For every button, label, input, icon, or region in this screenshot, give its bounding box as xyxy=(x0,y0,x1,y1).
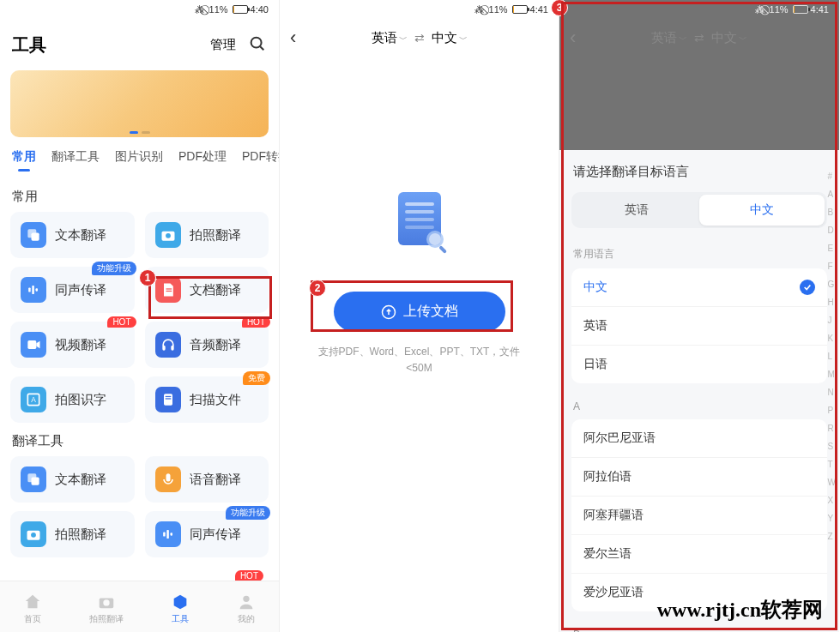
sheet-title: 请选择翻译目标语言 xyxy=(571,164,827,180)
tab-image-recog[interactable]: 图片识别 xyxy=(115,149,163,172)
section-common-title: 常用 xyxy=(0,178,279,212)
lang-from[interactable]: 英语﹀ xyxy=(372,30,408,46)
video-icon xyxy=(21,332,46,358)
status-bar: ⁂⃠ 11% 4:40 xyxy=(0,0,279,19)
tool-audio-translate[interactable]: HOT 音频翻译 xyxy=(145,322,269,368)
language-pair-selector: 英语﹀ ⇄ 中文﹀ xyxy=(651,30,747,46)
lang-row[interactable]: 阿尔巴尼亚语 xyxy=(571,419,827,458)
ocr-icon: A xyxy=(21,387,46,412)
svg-rect-26 xyxy=(170,533,172,535)
svg-point-5 xyxy=(166,233,171,238)
svg-rect-24 xyxy=(163,533,166,537)
document-icon xyxy=(155,277,181,303)
seg-english[interactable]: 英语 xyxy=(574,195,699,226)
nav-tools[interactable]: 工具 xyxy=(171,593,190,625)
common-language-list: 中文 英语 日语 xyxy=(571,268,827,383)
text-translate-icon xyxy=(21,222,46,248)
scan-icon xyxy=(155,387,181,412)
svg-rect-21 xyxy=(166,473,170,481)
nav-photo-translate[interactable]: 拍照翻译 xyxy=(89,593,124,625)
camera-icon xyxy=(21,521,46,547)
tab-pdf-process[interactable]: PDF处理 xyxy=(178,149,227,172)
alpha-index[interactable]: #AB DEF GHJ KLM NPR STW XYZ xyxy=(828,172,836,541)
upload-document-button[interactable]: 上传文档 xyxy=(334,292,505,332)
group-b-label: B xyxy=(571,625,827,632)
section-translate-title: 翻译工具 xyxy=(0,423,279,456)
language-pair-selector[interactable]: 英语﹀ ⇄ 中文﹀ xyxy=(372,30,468,46)
hot-badge: HOT xyxy=(242,316,270,328)
tool-document-translate[interactable]: 文档翻译 xyxy=(145,267,269,313)
tab-pdf-convert[interactable]: PDF转换 xyxy=(242,149,279,172)
svg-point-28 xyxy=(103,599,109,605)
swap-icon: ⇄ xyxy=(694,31,704,45)
svg-point-29 xyxy=(243,595,249,601)
screen-upload: ⁂⃠ 11% 4:41 ‹ 英语﹀ ⇄ 中文﹀ 上传文档 xyxy=(280,0,559,632)
back-icon[interactable]: ‹ xyxy=(570,27,576,49)
upgrade-badge: 功能升级 xyxy=(92,262,136,275)
tool-scan-file[interactable]: 免费 扫描文件 xyxy=(145,376,269,423)
free-badge: 免费 xyxy=(243,371,270,385)
tool-voice-translate[interactable]: 语音翻译 xyxy=(145,456,269,503)
upload-hint: 支持PDF、Word、Excel、PPT、TXT，文件<50M xyxy=(280,344,559,376)
mic-icon xyxy=(155,466,181,492)
tool-simultaneous-interp-2[interactable]: 功能升级 同声传译 xyxy=(145,511,269,557)
svg-rect-32 xyxy=(438,245,447,254)
promo-banner[interactable] xyxy=(10,70,269,137)
svg-point-31 xyxy=(429,233,441,245)
screen-language-picker: ⁂⃠ 11% 4:41 ‹ 英语﹀ ⇄ 中文﹀ 请选择翻译目标语言 英语 中文 xyxy=(559,0,839,632)
svg-rect-20 xyxy=(32,478,39,485)
screen3-header: ‹ 英语﹀ ⇄ 中文﹀ xyxy=(559,19,839,57)
screen1-header: 工具 管理 xyxy=(0,19,279,70)
tool-simultaneous-interp[interactable]: 功能升级 同声传译 xyxy=(10,267,135,313)
svg-rect-10 xyxy=(166,291,172,292)
back-icon[interactable]: ‹ xyxy=(290,27,296,49)
group-common-label: 常用语言 xyxy=(571,244,827,268)
tab-translate-tools[interactable]: 翻译工具 xyxy=(51,149,100,172)
group-a-label: A xyxy=(571,397,827,419)
watermark: www.rjtj.cn软荐网 xyxy=(657,596,823,623)
tool-text-translate[interactable]: 文本翻译 xyxy=(10,212,135,258)
lang-to[interactable]: 中文﹀ xyxy=(432,30,468,46)
seg-chinese[interactable]: 中文 xyxy=(699,195,825,226)
a-language-list: 阿尔巴尼亚语 阿拉伯语 阿塞拜疆语 爱尔兰语 爱沙尼亚语 xyxy=(571,419,827,611)
svg-rect-6 xyxy=(28,288,31,292)
step-marker-3: 3 xyxy=(551,0,568,16)
lang-row[interactable]: 爱尔兰语 xyxy=(571,535,827,574)
tab-common[interactable]: 常用 xyxy=(12,149,36,172)
screen-tools: ⁂⃠ 11% 4:40 工具 管理 常用 翻译工具 图片识别 PDF处理 PDF… xyxy=(0,0,280,632)
lang-row-japanese[interactable]: 日语 xyxy=(571,346,827,383)
category-tabs: 常用 翻译工具 图片识别 PDF处理 PDF转换 转 xyxy=(0,144,279,178)
svg-rect-17 xyxy=(165,396,171,397)
tool-photo-translate[interactable]: 拍照翻译 xyxy=(145,212,269,258)
tool-photo-translate-2[interactable]: 拍照翻译 xyxy=(10,511,135,557)
audio-wave-icon xyxy=(21,277,46,303)
language-sheet: 请选择翻译目标语言 英语 中文 常用语言 中文 英语 日语 A 阿尔巴尼亚语 阿… xyxy=(559,150,839,632)
status-bar: ⁂⃠ 11% 4:41 xyxy=(280,0,559,19)
tool-ocr[interactable]: A 拍图识字 xyxy=(10,376,135,423)
lang-row[interactable]: 阿拉伯语 xyxy=(571,458,827,497)
tool-video-translate[interactable]: HOT 视频翻译 xyxy=(10,322,135,368)
step-marker-2: 2 xyxy=(309,280,326,297)
bottom-nav: 首页 拍照翻译 工具 我的 xyxy=(0,581,279,632)
nav-home[interactable]: 首页 xyxy=(23,593,42,625)
swap-icon[interactable]: ⇄ xyxy=(414,31,425,45)
lang-row[interactable]: 阿塞拜疆语 xyxy=(571,497,827,535)
hot-badge: HOT xyxy=(107,316,136,328)
screen2-header: ‹ 英语﹀ ⇄ 中文﹀ xyxy=(280,19,559,57)
svg-rect-8 xyxy=(36,288,39,291)
lang-row-chinese[interactable]: 中文 xyxy=(571,268,827,307)
search-icon[interactable] xyxy=(248,34,267,56)
check-icon xyxy=(800,280,815,295)
svg-point-23 xyxy=(31,533,36,538)
manage-link[interactable]: 管理 xyxy=(210,37,236,53)
page-title: 工具 xyxy=(12,33,46,57)
svg-line-1 xyxy=(260,46,263,50)
nav-profile[interactable]: 我的 xyxy=(237,593,256,625)
chevron-down-icon: ﹀ xyxy=(399,34,408,44)
tool-text-translate-2[interactable]: 文本翻译 xyxy=(10,456,135,503)
document-illustration xyxy=(381,185,458,262)
avatar-placeholder[interactable] xyxy=(164,27,198,62)
svg-rect-7 xyxy=(32,286,34,294)
svg-text:A: A xyxy=(31,395,36,404)
lang-row-english[interactable]: 英语 xyxy=(571,307,827,346)
